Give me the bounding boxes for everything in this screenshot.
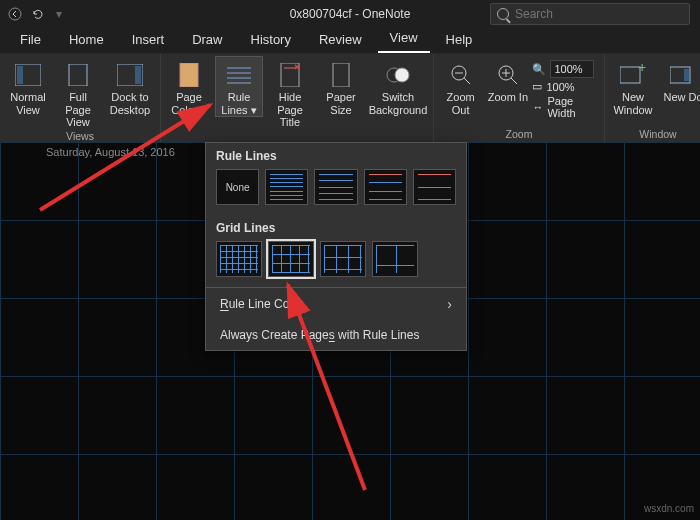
- new-docked-label: New Do: [663, 91, 700, 104]
- search-box[interactable]: [490, 3, 690, 25]
- search-input[interactable]: [515, 7, 683, 21]
- svg-rect-25: [620, 67, 640, 83]
- tab-draw[interactable]: Draw: [180, 28, 234, 53]
- grid-lines-header: Grid Lines: [216, 221, 456, 241]
- always-create-label: Always Create Pages with Rule LinesAlway…: [220, 328, 419, 342]
- zoom-out-button[interactable]: Zoom Out: [438, 56, 483, 117]
- grid-medium-swatch[interactable]: [268, 241, 314, 277]
- chevron-right-icon: [447, 296, 452, 312]
- svg-rect-3: [69, 64, 87, 86]
- tab-help[interactable]: Help: [434, 28, 485, 53]
- zoom-out-icon: [447, 61, 475, 89]
- full-page-view-label: Full Page View: [55, 91, 101, 129]
- rule-lines-header: Rule Lines: [216, 149, 456, 169]
- tab-insert[interactable]: Insert: [120, 28, 177, 53]
- zoom-group-label: Zoom: [438, 128, 600, 142]
- rule-lines-label: Rule Lines ▾: [216, 91, 262, 116]
- new-window-label: New Window: [610, 91, 656, 116]
- search-icon: [497, 8, 509, 20]
- tab-file[interactable]: File: [8, 28, 53, 53]
- full-page-view-button[interactable]: Full Page View: [54, 56, 102, 130]
- zoom-pct-icon: 🔍: [532, 63, 546, 76]
- svg-rect-2: [17, 66, 23, 84]
- normal-view-icon: [14, 61, 42, 89]
- rule-lines-icon: [225, 61, 253, 89]
- svg-point-0: [9, 8, 21, 20]
- qat-divider: ▾: [52, 7, 66, 21]
- tab-history[interactable]: History: [239, 28, 303, 53]
- window-title: 0x800704cf - OneNote: [290, 7, 411, 21]
- tab-review[interactable]: Review: [307, 28, 374, 53]
- window-group-label: Window: [609, 128, 700, 142]
- zoom-100-button[interactable]: ▭100%: [532, 80, 600, 93]
- svg-rect-28: [684, 69, 689, 81]
- paper-size-icon: [327, 61, 355, 89]
- rule-wide-swatch[interactable]: [413, 169, 456, 205]
- rule-narrow-swatch[interactable]: [265, 169, 308, 205]
- grid-xl-swatch[interactable]: [372, 241, 418, 277]
- group-page-setup: Page Color ▾ Rule Lines ▾ Hide Page Titl…: [161, 54, 434, 142]
- rule-none-swatch[interactable]: None: [216, 169, 259, 205]
- dock-to-desktop-label: Dock to Desktop: [105, 91, 155, 116]
- rule-lines-button[interactable]: Rule Lines ▾: [215, 56, 263, 117]
- svg-line-20: [464, 78, 470, 84]
- new-docked-icon: [669, 61, 697, 89]
- full-page-view-icon: [64, 61, 92, 89]
- svg-rect-5: [135, 66, 141, 84]
- page-color-icon: [175, 61, 203, 89]
- rule-line-color-item[interactable]: RRule Line Colorule Line Color: [206, 288, 466, 320]
- svg-text:+: +: [638, 64, 646, 75]
- page-width-label: Page Width: [547, 95, 600, 119]
- page-color-label: Page Color ▾: [166, 91, 212, 116]
- group-views: Normal View Full Page View Dock to Deskt…: [0, 54, 161, 142]
- back-icon[interactable]: [8, 7, 22, 21]
- tab-view[interactable]: View: [378, 26, 430, 53]
- hide-page-title-button[interactable]: Hide Page Title: [265, 56, 315, 130]
- svg-rect-15: [333, 63, 349, 87]
- page-width-icon: ↔: [532, 101, 543, 113]
- page-color-button[interactable]: Page Color ▾: [165, 56, 213, 117]
- zoom-in-button[interactable]: Zoom In: [485, 56, 530, 105]
- dock-to-desktop-icon: [116, 61, 144, 89]
- group-zoom: Zoom Out Zoom In 🔍 ▭100% ↔Page Width Zoo…: [434, 54, 605, 142]
- rule-line-color-label: RRule Line Colorule Line Color: [220, 297, 303, 311]
- zoom-in-icon: [494, 61, 522, 89]
- grid-small-swatch[interactable]: [216, 241, 262, 277]
- switch-bg-label: Switch Background: [368, 91, 428, 116]
- zoom-in-label: Zoom In: [488, 91, 528, 104]
- none-label: None: [226, 182, 250, 193]
- doc-icon: ▭: [532, 80, 542, 93]
- new-docked-window-button[interactable]: New Do: [659, 56, 700, 105]
- ribbon-tabs: File Home Insert Draw History Review Vie…: [0, 28, 700, 54]
- always-create-item[interactable]: Always Create Pages with Rule LinesAlway…: [206, 320, 466, 350]
- svg-rect-6: [180, 63, 198, 87]
- hide-page-title-label: Hide Page Title: [266, 91, 314, 129]
- rule-college-swatch[interactable]: [314, 169, 357, 205]
- title-bar: ▾ 0x800704cf - OneNote: [0, 0, 700, 28]
- zoom-out-label: Zoom Out: [439, 91, 482, 116]
- dock-to-desktop-button[interactable]: Dock to Desktop: [104, 56, 156, 117]
- new-window-button[interactable]: + New Window: [609, 56, 657, 117]
- group-window: + New Window New Do Window: [605, 54, 700, 142]
- svg-line-24: [511, 78, 517, 84]
- watermark: wsxdn.com: [644, 503, 694, 514]
- zoom-percent-input[interactable]: [550, 60, 594, 78]
- rule-standard-swatch[interactable]: [364, 169, 407, 205]
- paper-size-label: Paper Size: [318, 91, 364, 116]
- hide-page-title-icon: [276, 61, 304, 89]
- new-window-icon: +: [619, 61, 647, 89]
- switch-bg-icon: [384, 61, 412, 89]
- svg-point-17: [395, 68, 409, 82]
- normal-view-button[interactable]: Normal View: [4, 56, 52, 117]
- grid-large-swatch[interactable]: [320, 241, 366, 277]
- page-date: Saturday, August 13, 2016: [46, 146, 175, 158]
- switch-background-button[interactable]: Switch Background: [367, 56, 429, 117]
- zoom-100-label: 100%: [546, 81, 574, 93]
- paper-size-button[interactable]: Paper Size: [317, 56, 365, 117]
- ribbon: Normal View Full Page View Dock to Deskt…: [0, 54, 700, 142]
- normal-view-label: Normal View: [5, 91, 51, 116]
- tab-home[interactable]: Home: [57, 28, 116, 53]
- undo-icon[interactable]: [30, 7, 44, 21]
- rule-lines-dropdown: Rule Lines None Grid Lines RRule Line Co…: [205, 142, 467, 351]
- page-width-button[interactable]: ↔Page Width: [532, 95, 600, 119]
